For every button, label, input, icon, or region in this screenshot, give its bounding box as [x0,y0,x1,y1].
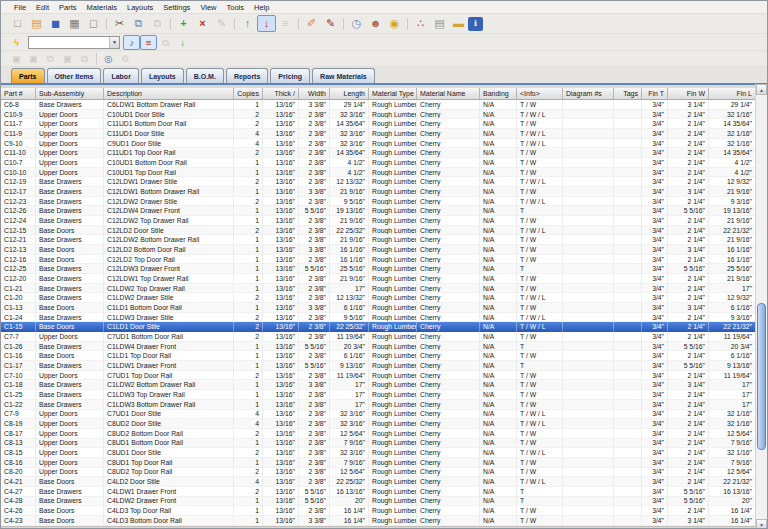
print-preview-icon[interactable]: ◻ [84,15,103,32]
table-row[interactable]: C1-24Base DrawersC1LDW3 Drawer Stile213/… [1,313,756,323]
menu-help[interactable]: Help [249,2,274,13]
tab-reports[interactable]: Reports [226,68,268,83]
column-header-length[interactable]: Length [330,88,369,99]
menu-file[interactable]: File [9,2,31,13]
table-row[interactable]: C11-9Upper DoorsC11UD1 Door Stile413/16"… [1,129,756,139]
menu-view[interactable]: View [195,2,221,13]
scroll-down-button[interactable]: ▼ [756,519,767,529]
column-header-tags[interactable]: Tags [614,88,642,99]
table-row[interactable]: C12-26Base DrawersC12LDW4 Drawer Front11… [1,206,756,216]
table-row[interactable]: C12-17Base DrawersC12LDW1 Bottom Drawer … [1,187,756,197]
cut-icon[interactable]: ✂ [110,15,129,32]
table-row[interactable]: C11-10Upper DoorsC11UD1 Top Door Rail213… [1,148,756,158]
table-row[interactable]: C10-9Upper DoorsC10UD1 Door Stile213/16"… [1,110,756,120]
scroll-up-button[interactable]: ▲ [756,84,767,95]
column-header-copies[interactable]: Copies [234,88,263,99]
table-row[interactable]: C11-7Upper DoorsC11UD1 Bottom Door Rail2… [1,119,756,129]
open-folder-icon[interactable]: ▤ [27,15,46,32]
table-row[interactable]: C7-10Upper DoorsC7UD1 Top Door Rail213/1… [1,371,756,381]
notes-toggle-icon[interactable]: ♪ [123,35,140,50]
table-row[interactable]: C9-10Upper DoorsC9UD1 Door Stile413/16"2… [1,139,756,149]
tab-b-o-m-[interactable]: B.O.M. [186,68,224,83]
table-row[interactable]: C12-16Base DoorsC12LD2 Top Door Rail113/… [1,255,756,265]
import-parts-icon[interactable]: ↑ [238,15,257,32]
print-icon[interactable]: ▦ [65,15,84,32]
lock-icon[interactable]: ◉ [385,15,404,32]
column-header-finl[interactable]: Fin L [709,88,756,99]
schedule-icon[interactable]: ◷ [347,15,366,32]
table-row[interactable]: C4-27Base DrawersC4LDW1 Drawer Front213/… [1,487,756,497]
table-row[interactable]: C10-10Upper DoorsC10UD1 Top Door Rail113… [1,168,756,178]
table-row[interactable]: C10-7Upper DoorsC10UD1 Bottom Door Rail1… [1,158,756,168]
table-row[interactable]: C4-23Base DoorsC4LD3 Bottom Door Rail113… [1,516,756,526]
column-header-sub[interactable]: Sub-Assembly [36,88,104,99]
column-header-mtype[interactable]: Material Type [369,88,417,99]
table-row[interactable]: C1-13Base DoorsC1LD1 Bottom Door Rail113… [1,303,756,313]
column-header-banding[interactable]: Banding [480,88,517,99]
table-row[interactable]: C8-13Upper DoorsC8UD1 Bottom Door Rail11… [1,439,756,449]
scrollbar-thumb[interactable] [757,303,766,450]
assembly-tree-icon[interactable]: ∴ [411,15,430,32]
table-row[interactable]: C6-8Base DrawersC6LDW1 Bottom Drawer Rai… [1,100,756,110]
table-row[interactable]: C12-20Base DrawersC12LDW1 Top Drawer Rai… [1,274,756,284]
info-icon[interactable]: ℹ [468,17,483,31]
combo-dropdown-icon[interactable]: ▼ [109,37,119,48]
menu-tools[interactable]: Tools [222,2,250,13]
edit-drawing-icon[interactable]: ✎ [321,15,340,32]
tab-raw-materials[interactable]: Raw Materials [312,68,375,83]
vertical-scrollbar[interactable]: ▲ ▼ [755,84,767,529]
export-parts-icon[interactable]: ↓ [257,15,276,32]
delete-part-icon[interactable]: × [193,15,212,32]
edit-user-icon[interactable]: ☻ [366,15,385,32]
menu-parts[interactable]: Parts [54,2,82,13]
table-row[interactable]: C8-17Upper DoorsC8UD2 Bottom Door Rail21… [1,429,756,439]
add-part-icon[interactable]: + [174,15,193,32]
tab-layouts[interactable]: Layouts [141,68,184,83]
column-header-thick[interactable]: Thick / [263,88,299,99]
table-row[interactable]: C1-16Base DoorsC1LD1 Top Door Rail113/16… [1,351,756,361]
menu-layouts[interactable]: Layouts [122,2,158,13]
table-row[interactable]: C12-25Base DrawersC12LDW3 Drawer Front11… [1,264,756,274]
column-header-finw[interactable]: Fin W [668,88,709,99]
run-lightning-icon[interactable]: ϟ [8,35,25,50]
table-row[interactable]: C1-18Base DrawersC1LDW2 Bottom Drawer Ra… [1,380,756,390]
table-row[interactable]: C12-15Base DoorsC12LD2 Door Stile213/16"… [1,226,756,236]
table-row[interactable]: C1-17Base DrawersC1LDW1 Drawer Front113/… [1,361,756,371]
table-row[interactable]: C1-25Base DrawersC1LDW3 Top Drawer Rail1… [1,390,756,400]
tab-parts[interactable]: Parts [11,68,45,83]
menu-settings[interactable]: Settings [158,2,195,13]
table-row[interactable]: C4-21Base DoorsC4LD2 Door Stile413/16"2 … [1,477,756,487]
menu-edit[interactable]: Edit [31,2,54,13]
table-row[interactable]: C8-20Upper DoorsC8UD2 Top Door Rail213/1… [1,468,756,478]
tab-other-items[interactable]: Other Items [47,68,102,83]
table-row[interactable]: C12-21Base DrawersC12LDW2 Bottom Drawer … [1,235,756,245]
new-document-icon[interactable]: □ [8,15,27,32]
table-row[interactable]: C8-15Upper DoorsC8UD1 Door Stile213/16"2… [1,448,756,458]
column-header-desc[interactable]: Description [104,88,234,99]
table-row[interactable]: C4-26Base DoorsC4LD3 Top Door Rail113/16… [1,506,756,516]
column-header-mname[interactable]: Material Name [417,88,480,99]
table-row[interactable]: C4-28Base DrawersC4LDW2 Drawer Front113/… [1,497,756,507]
tab-pricing[interactable]: Pricing [270,68,310,83]
filter-input[interactable] [29,37,109,48]
table-row[interactable]: C8-19Upper DoorsC8UD2 Door Stile413/16"2… [1,419,756,429]
measure-icon[interactable]: ✐ [302,15,321,32]
table-row[interactable]: C12-24Base DrawersC12LDW2 Top Drawer Rai… [1,216,756,226]
menu-materials[interactable]: Materials [82,2,122,13]
table-row[interactable]: C1-26Base DrawersC1LDW4 Drawer Front113/… [1,342,756,352]
table-row[interactable]: C12-23Base DrawersC12LDW2 Drawer Stile21… [1,197,756,207]
column-header-width[interactable]: Width [299,88,330,99]
report-document-icon[interactable]: ▤ [430,15,449,32]
delivery-truck-icon[interactable]: ▬ [449,15,468,32]
save-icon[interactable]: ◼ [46,15,65,32]
table-row[interactable]: C1-20Base DrawersC1LDW2 Drawer Stile213/… [1,293,756,303]
column-header-fint[interactable]: Fin T [642,88,668,99]
search-icon[interactable]: ◎ [100,51,117,66]
column-header-info[interactable]: <Info> [517,88,563,99]
copy-icon[interactable]: ⧉ [129,15,148,32]
table-row[interactable]: C7-9Upper DoorsC7UD1 Door Stile413/16"2 … [1,410,756,420]
table-row[interactable]: C12-13Base DoorsC12LD2 Bottom Door Rail1… [1,245,756,255]
export-report-icon[interactable]: ↓ [174,35,191,50]
list-toggle-icon[interactable]: ≡ [140,35,157,50]
table-row[interactable]: C8-16Upper DoorsC8UD1 Top Door Rail113/1… [1,458,756,468]
